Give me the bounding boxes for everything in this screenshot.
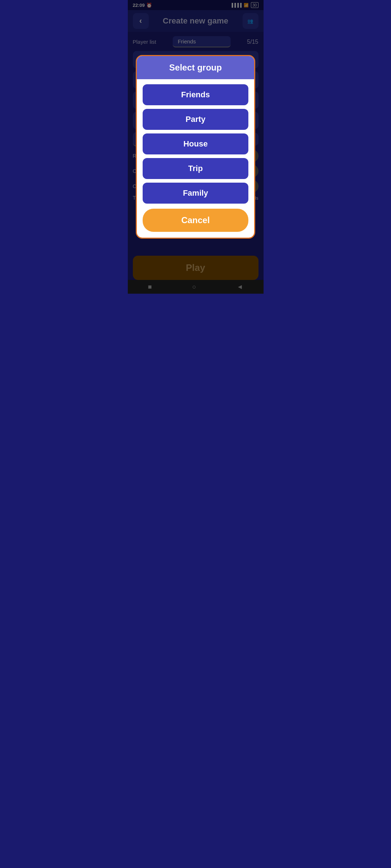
group-option-family[interactable]: Family xyxy=(143,183,248,204)
group-option-friends[interactable]: Friends xyxy=(143,84,248,105)
group-option-house[interactable]: House xyxy=(143,133,248,154)
select-group-modal: Select group Friends Party House Trip Fa… xyxy=(136,55,255,239)
group-option-trip[interactable]: Trip xyxy=(143,158,248,179)
cancel-button[interactable]: Cancel xyxy=(143,209,248,232)
modal-overlay: Select group Friends Party House Trip Fa… xyxy=(128,0,264,294)
modal-body: Friends Party House Trip Family xyxy=(137,79,254,207)
modal-header: Select group xyxy=(137,56,254,79)
group-option-party[interactable]: Party xyxy=(143,109,248,130)
modal-title: Select group xyxy=(169,63,222,72)
